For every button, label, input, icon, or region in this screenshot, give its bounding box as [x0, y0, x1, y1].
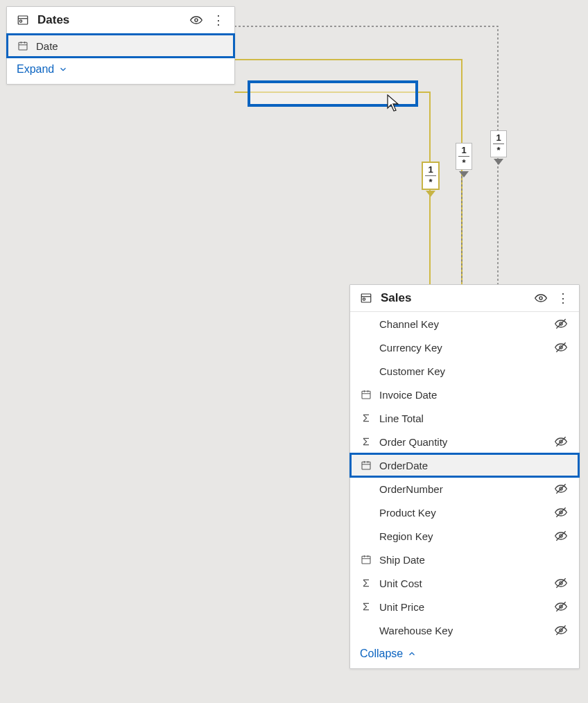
field-label: OrderDate: [379, 460, 546, 471]
cardinality-box[interactable]: 1 *: [456, 143, 472, 170]
eye-icon[interactable]: [533, 290, 548, 306]
svg-rect-15: [362, 556, 370, 564]
collapse-button[interactable]: Collapse: [360, 648, 417, 660]
hidden-icon[interactable]: [553, 623, 569, 637]
calendar-icon: [17, 40, 29, 51]
sum-icon: [360, 436, 372, 447]
cardinality-many: *: [456, 157, 472, 168]
table-card-dates[interactable]: Dates ⋮ Date Expand: [6, 6, 235, 85]
drag-selection-box: [248, 80, 418, 107]
table-icon: [15, 12, 31, 28]
cardinality-box[interactable]: 1 *: [422, 162, 439, 189]
arrow-down-icon: [459, 171, 469, 177]
field-label: Line Total: [379, 413, 546, 424]
field-row[interactable]: Date: [7, 34, 234, 58]
field-row[interactable]: Channel Key: [350, 312, 579, 336]
field-list: Date: [7, 34, 234, 58]
field-label: Ship Date: [379, 554, 546, 566]
field-label: Warehouse Key: [379, 625, 546, 636]
cardinality-one: 1: [493, 132, 504, 144]
cardinality-one: 1: [425, 164, 436, 176]
calendar-icon: [360, 389, 372, 400]
hidden-icon[interactable]: [553, 482, 569, 496]
field-row[interactable]: Region Key: [350, 524, 579, 548]
hidden-icon[interactable]: [553, 340, 569, 354]
sum-icon: [360, 578, 372, 589]
field-row[interactable]: Currency Key: [350, 336, 579, 359]
expand-button[interactable]: Expand: [17, 63, 68, 76]
collapse-label: Collapse: [360, 648, 403, 660]
field-row[interactable]: Unit Price: [350, 595, 579, 618]
svg-rect-3: [19, 42, 27, 50]
arrow-down-icon: [426, 191, 435, 197]
table-icon: [358, 290, 374, 306]
table-card-sales[interactable]: Sales ⋮ Channel KeyCurrency KeyCustomer …: [349, 284, 580, 669]
cardinality-box[interactable]: 1 *: [490, 130, 507, 157]
svg-rect-11: [362, 462, 370, 469]
chevron-down-icon: [58, 64, 68, 74]
field-label: Currency Key: [379, 342, 546, 354]
hidden-icon[interactable]: [553, 505, 569, 519]
svg-rect-4: [361, 294, 371, 302]
svg-point-5: [363, 298, 365, 300]
chevron-up-icon: [407, 649, 417, 659]
field-label: Region Key: [379, 530, 546, 542]
table-header[interactable]: Dates ⋮: [7, 7, 234, 34]
hidden-icon[interactable]: [553, 529, 569, 543]
calendar-icon: [360, 554, 372, 565]
hidden-icon[interactable]: [553, 576, 569, 590]
field-list: Channel KeyCurrency KeyCustomer KeyInvoi…: [350, 312, 579, 642]
table-header[interactable]: Sales ⋮: [350, 285, 579, 312]
more-icon[interactable]: ⋮: [555, 290, 571, 306]
field-label: Unit Price: [379, 601, 546, 613]
hidden-icon[interactable]: [553, 317, 569, 331]
calendar-icon: [360, 460, 372, 471]
sum-icon: [360, 601, 372, 612]
more-icon[interactable]: ⋮: [211, 12, 226, 28]
field-row[interactable]: Product Key: [350, 501, 579, 524]
cardinality-many: *: [491, 145, 506, 156]
svg-point-1: [19, 20, 21, 22]
arrow-down-icon: [494, 159, 503, 165]
field-label: Invoice Date: [379, 389, 546, 401]
field-label: Customer Key: [379, 365, 546, 377]
cardinality-one: 1: [458, 145, 469, 157]
field-label: Order Quantity: [379, 436, 546, 448]
table-title: Sales: [381, 291, 526, 305]
svg-rect-9: [362, 391, 370, 399]
svg-point-2: [195, 19, 198, 21]
cardinality-many: *: [423, 177, 438, 188]
field-label: Product Key: [379, 507, 546, 519]
field-row[interactable]: Ship Date: [350, 548, 579, 571]
svg-point-6: [539, 297, 542, 300]
field-row[interactable]: Customer Key: [350, 359, 579, 383]
svg-rect-0: [18, 16, 28, 24]
table-title: Dates: [37, 13, 182, 27]
field-label: Channel Key: [379, 318, 546, 330]
expand-label: Expand: [17, 63, 54, 76]
field-row[interactable]: OrderNumber: [350, 477, 579, 501]
field-label: Date: [36, 40, 201, 52]
eye-icon[interactable]: [189, 12, 204, 28]
field-row[interactable]: Unit Cost: [350, 571, 579, 595]
sum-icon: [360, 413, 372, 424]
field-row[interactable]: Order Quantity: [350, 430, 579, 453]
field-row[interactable]: Invoice Date: [350, 383, 579, 406]
field-row[interactable]: Line Total: [350, 406, 579, 430]
hidden-icon[interactable]: [553, 435, 569, 449]
field-row[interactable]: OrderDate: [350, 453, 579, 477]
field-label: Unit Cost: [379, 578, 546, 589]
field-label: OrderNumber: [379, 483, 546, 495]
hidden-icon[interactable]: [553, 600, 569, 614]
field-row[interactable]: Warehouse Key: [350, 618, 579, 642]
